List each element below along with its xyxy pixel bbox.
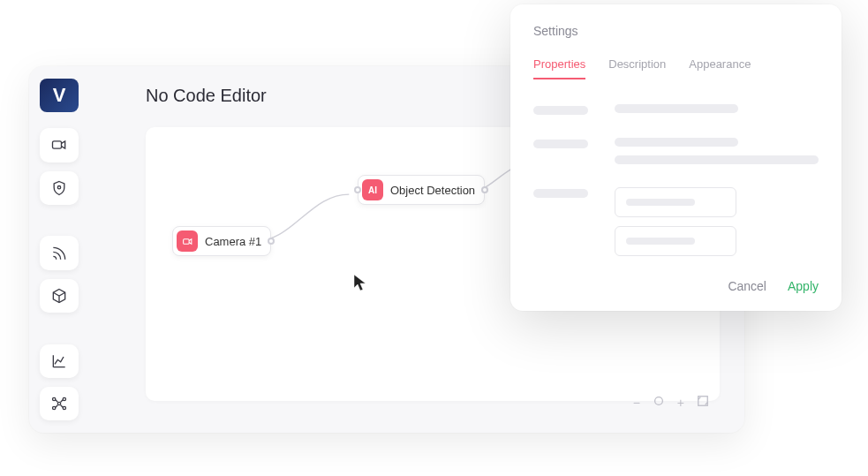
node-label: Camera #1 <box>205 235 261 248</box>
svg-point-1 <box>57 185 60 188</box>
cursor-icon <box>353 274 367 296</box>
svg-rect-0 <box>53 141 62 148</box>
svg-point-8 <box>654 397 662 405</box>
input-placeholder[interactable] <box>615 226 736 256</box>
svg-rect-7 <box>183 238 189 243</box>
svg-point-2 <box>57 402 60 404</box>
node-port-out[interactable] <box>268 238 275 245</box>
field-label-placeholder <box>533 140 588 148</box>
zoom-controls: − + <box>633 395 709 410</box>
graph-icon <box>50 395 68 412</box>
svg-point-3 <box>53 397 56 400</box>
camera-tool-button[interactable] <box>40 128 79 162</box>
camera-icon <box>177 230 198 252</box>
zoom-in-button[interactable]: + <box>677 396 684 410</box>
shield-icon <box>50 179 68 197</box>
node-ai[interactable]: AI Object Detection <box>358 175 485 205</box>
input-placeholder[interactable] <box>615 187 736 217</box>
chart-tool-button[interactable] <box>40 344 79 378</box>
tab-appearance[interactable]: Appearance <box>689 57 751 79</box>
ai-icon: AI <box>362 179 383 200</box>
form-row <box>533 187 819 256</box>
broadcast-tool-button[interactable] <box>40 236 79 269</box>
form-row <box>533 138 819 164</box>
graph-tool-button[interactable] <box>40 387 79 420</box>
tab-description[interactable]: Description <box>608 57 666 79</box>
chart-icon <box>50 352 68 370</box>
zoom-out-button[interactable]: − <box>633 396 640 410</box>
settings-title: Settings <box>533 24 819 38</box>
fit-button[interactable] <box>697 395 709 410</box>
svg-point-6 <box>63 406 65 409</box>
cube-tool-button[interactable] <box>40 279 79 313</box>
settings-tabs: Properties Description Appearance <box>533 57 819 79</box>
field-value-placeholder <box>615 155 819 164</box>
node-label: Object Detection <box>390 184 475 197</box>
field-label-placeholder <box>533 189 588 198</box>
field-value-placeholder <box>615 104 738 113</box>
cancel-button[interactable]: Cancel <box>728 279 766 293</box>
shield-tool-button[interactable] <box>40 171 79 205</box>
svg-point-5 <box>53 406 56 409</box>
node-port-out[interactable] <box>481 186 488 193</box>
app-logo: V <box>40 79 79 112</box>
field-label-placeholder <box>533 106 588 115</box>
sidebar: V <box>29 66 89 433</box>
panel-actions: Cancel Apply <box>533 279 819 293</box>
tab-properties[interactable]: Properties <box>533 57 585 79</box>
node-port-in[interactable] <box>354 186 361 193</box>
form-row <box>533 104 819 115</box>
svg-point-4 <box>63 397 65 400</box>
field-value-placeholder <box>615 138 738 147</box>
apply-button[interactable]: Apply <box>788 279 819 293</box>
broadcast-icon <box>50 245 68 262</box>
cube-icon <box>50 287 68 305</box>
settings-panel: Settings Properties Description Appearan… <box>510 4 842 311</box>
node-camera[interactable]: Camera #1 <box>172 226 271 256</box>
zoom-reset-button[interactable] <box>653 395 665 410</box>
camera-icon <box>50 136 68 154</box>
